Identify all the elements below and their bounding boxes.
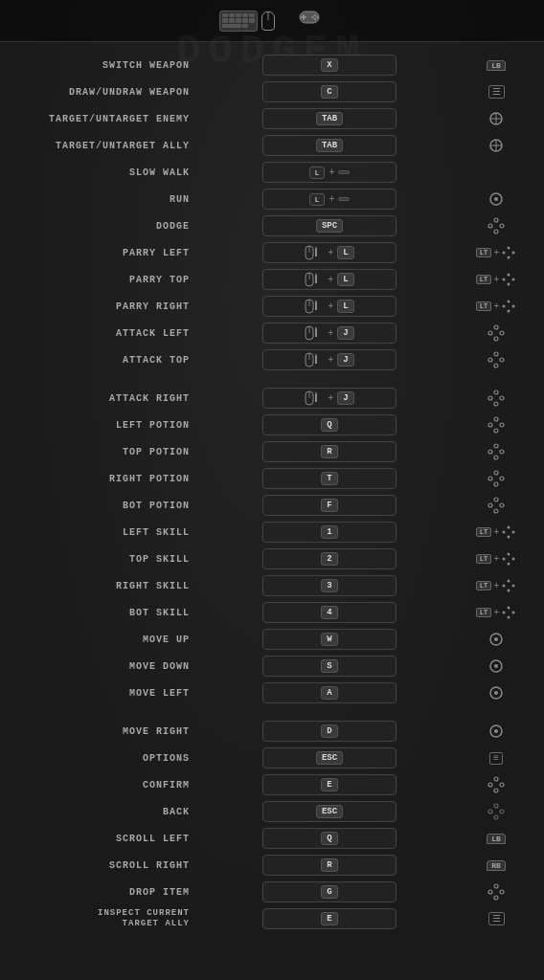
- action-label: BACK: [10, 806, 201, 818]
- binding-row: TOP POTIONR: [0, 438, 544, 465]
- keyboard-tab[interactable]: [219, 11, 275, 32]
- controller-binding: [458, 416, 534, 434]
- svg-point-76: [500, 477, 504, 480]
- controller-binding: [458, 217, 534, 234]
- keyboard-binding[interactable]: +L: [201, 296, 458, 317]
- svg-point-104: [494, 691, 498, 695]
- svg-point-95: [508, 607, 510, 610]
- keyboard-binding[interactable]: L+: [201, 162, 458, 183]
- action-label: MOVE UP: [10, 634, 201, 646]
- svg-point-115: [494, 884, 498, 888]
- keyboard-binding[interactable]: 4: [201, 602, 458, 623]
- binding-row: DROP ITEMG: [0, 879, 544, 905]
- svg-point-74: [488, 450, 492, 454]
- action-label: INSPECT CURRENT TARGET ALLY: [10, 908, 201, 929]
- svg-point-90: [503, 558, 506, 561]
- action-label: ATTACK RIGHT: [10, 392, 201, 405]
- svg-point-31: [508, 274, 510, 277]
- controller-binding: LT+: [458, 272, 534, 287]
- keyboard-binding[interactable]: +L: [201, 242, 458, 263]
- svg-point-94: [503, 585, 506, 588]
- binding-row: BOT POTIONF: [0, 492, 544, 519]
- action-label: MOVE RIGHT: [10, 725, 201, 738]
- svg-point-32: [512, 278, 515, 281]
- svg-point-23: [508, 247, 510, 250]
- action-label: PARRY LEFT: [10, 247, 201, 259]
- action-label: RIGHT POTION: [10, 473, 201, 485]
- keyboard-binding[interactable]: 1: [201, 522, 458, 543]
- svg-point-26: [503, 252, 506, 255]
- controller-binding: [458, 111, 534, 126]
- keyboard-binding[interactable]: SPC: [201, 215, 458, 236]
- binding-row: PARRY LEFT +LLT+: [0, 239, 544, 266]
- svg-point-68: [500, 423, 504, 427]
- keyboard-binding[interactable]: C: [201, 81, 458, 102]
- keyboard-binding[interactable]: +L: [201, 269, 458, 290]
- keyboard-binding[interactable]: A: [201, 682, 458, 703]
- keyboard-binding[interactable]: X: [201, 55, 458, 76]
- keyboard-binding[interactable]: ESC: [201, 801, 458, 822]
- svg-point-108: [500, 783, 504, 787]
- controller-binding: [458, 883, 534, 901]
- keyboard-binding[interactable]: W: [201, 629, 458, 650]
- content: SWITCH WEAPONXLBDRAW/UNDRAW WEAPONC☰TARG…: [0, 42, 544, 942]
- svg-point-87: [508, 553, 510, 556]
- svg-marker-38: [315, 300, 317, 302]
- keyboard-binding[interactable]: E: [201, 774, 458, 795]
- svg-rect-21: [315, 249, 317, 256]
- keyboard-binding[interactable]: E: [201, 908, 458, 929]
- keyboard-binding[interactable]: +J: [201, 323, 458, 344]
- binding-row: CONFIRME: [0, 771, 544, 798]
- keyboard-binding[interactable]: 3: [201, 575, 458, 596]
- keyboard-binding[interactable]: TAB: [201, 108, 458, 129]
- binding-row: SCROLL LEFTQLB: [0, 825, 544, 852]
- svg-marker-46: [315, 326, 317, 329]
- controller-binding: LT+: [458, 245, 534, 260]
- keyboard-binding[interactable]: R: [201, 855, 458, 876]
- keyboard-binding[interactable]: Q: [201, 828, 458, 849]
- keyboard-binding[interactable]: S: [201, 656, 458, 677]
- keyboard-binding[interactable]: L+: [201, 189, 458, 210]
- svg-point-14: [494, 197, 498, 201]
- svg-point-86: [503, 531, 506, 534]
- keyboard-binding[interactable]: ESC: [201, 747, 458, 768]
- keyboard-binding[interactable]: R: [201, 441, 458, 462]
- svg-point-18: [488, 224, 492, 228]
- svg-point-58: [488, 358, 492, 362]
- keyboard-binding[interactable]: T: [201, 468, 458, 489]
- keyboard-binding[interactable]: +J: [201, 349, 458, 370]
- binding-row: INSPECT CURRENT TARGET ALLYE☰: [0, 905, 544, 932]
- keyboard-binding[interactable]: D: [201, 721, 458, 742]
- keyboard-binding[interactable]: TAB: [201, 135, 458, 156]
- controller-tab[interactable]: [294, 8, 325, 33]
- svg-point-5: [311, 16, 313, 18]
- keyboard-binding[interactable]: G: [201, 881, 458, 902]
- svg-point-79: [494, 498, 498, 501]
- svg-point-55: [494, 352, 498, 356]
- binding-row: SWITCH WEAPONXLB: [0, 52, 544, 78]
- svg-point-80: [500, 503, 504, 507]
- svg-rect-53: [315, 356, 317, 364]
- svg-point-15: [494, 218, 498, 222]
- controller-binding: [458, 138, 534, 153]
- svg-point-113: [494, 815, 498, 819]
- binding-row: RUNL+: [0, 186, 544, 212]
- binding-row: TOP SKILL2LT+: [0, 546, 544, 572]
- svg-point-40: [512, 305, 515, 308]
- controller-binding: LT+: [458, 299, 534, 314]
- keyboard-binding[interactable]: F: [201, 495, 458, 516]
- binding-row: TARGET/UNTARGET ALLYTAB: [0, 132, 544, 159]
- binding-row: DRAW/UNDRAW WEAPONC☰: [0, 78, 544, 105]
- binding-row: RIGHT POTIONT: [0, 465, 544, 492]
- binding-row: OPTIONSESC≡: [0, 745, 544, 771]
- svg-point-117: [494, 896, 498, 900]
- keyboard-binding[interactable]: 2: [201, 548, 458, 569]
- keyboard-binding[interactable]: +J: [201, 388, 458, 409]
- svg-point-72: [500, 450, 504, 454]
- binding-row: BACKESC: [0, 798, 544, 825]
- controller-binding: [458, 803, 534, 820]
- action-label: LEFT SKILL: [10, 526, 201, 539]
- keyboard-binding[interactable]: Q: [201, 414, 458, 435]
- binding-row: SCROLL RIGHTRRB: [0, 852, 544, 879]
- svg-point-78: [488, 477, 492, 480]
